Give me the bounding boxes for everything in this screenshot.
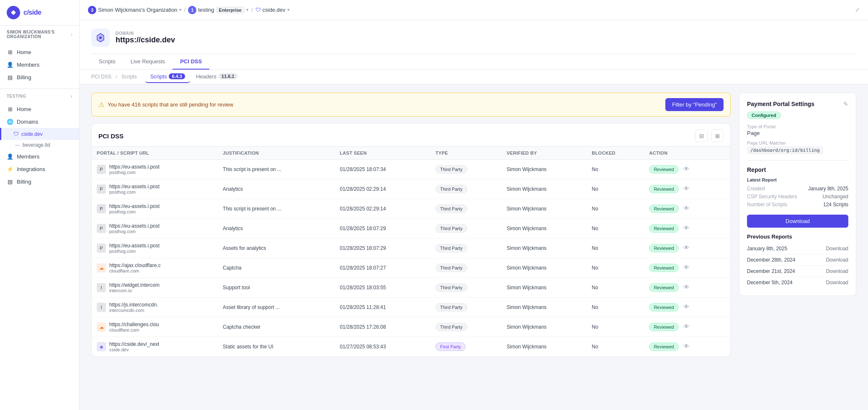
- filter-icon-button[interactable]: ⊟: [695, 130, 708, 142]
- domains-icon: 🌐: [7, 118, 13, 125]
- cell-action-9: Reviewed 👁: [644, 337, 730, 357]
- sidebar-item-members-top[interactable]: 👤 Members: [0, 58, 79, 71]
- sub-tab-headers[interactable]: Headers 11.6.1: [191, 71, 242, 83]
- payment-portal-card: Payment Portal Settings ✎ Configured Typ…: [739, 93, 856, 296]
- table-row: I https://widget.intercom intercom.io Su…: [92, 278, 730, 298]
- sidebar-item-home-testing[interactable]: ⊞ Home: [0, 103, 79, 115]
- cell-type-8: Third Party: [430, 317, 502, 337]
- view-button-0[interactable]: 👁: [683, 165, 690, 172]
- url-text-9: https://cside.dev/_next cside.dev: [109, 341, 159, 352]
- enterprise-badge: Enterprise: [216, 7, 245, 13]
- cell-seen-4: 01/28/2025 18:07:29: [335, 239, 430, 258]
- scripts-count-value: 124 Scripts: [823, 202, 848, 208]
- view-button-4[interactable]: 👁: [683, 244, 690, 251]
- cell-verified-2: Simon Wijckmans: [502, 199, 587, 219]
- filter-pending-button[interactable]: Filter by "Pending": [665, 98, 724, 111]
- warning-banner: ⚠ You have 416 scripts that are still pe…: [91, 93, 731, 117]
- sidebar-item-label: Home: [17, 49, 31, 55]
- cell-blocked-8: No: [587, 317, 644, 337]
- right-panel: Payment Portal Settings ✎ Configured Typ…: [739, 93, 856, 357]
- table-actions: ⊟ ⊞: [695, 130, 724, 142]
- sidebar-domain-beverage[interactable]: — beverage.ltd: [0, 140, 79, 150]
- cell-just-9: Static assets for the UI: [218, 337, 335, 357]
- org-header[interactable]: SIMON WIJCKMANS'S ORGANIZATION ›: [0, 26, 79, 43]
- cell-action-4: Reviewed 👁: [644, 239, 730, 258]
- favicon-8: ☁: [97, 322, 106, 332]
- prev-reports-title: Previous Reports: [747, 234, 848, 240]
- sub-breadcrumb: PCI DSS › Scripts: [91, 70, 137, 84]
- domain-chevron-icon: ▾: [287, 7, 290, 13]
- prev-download-button-1[interactable]: Download: [826, 257, 848, 263]
- sidebar-item-billing-top[interactable]: ▤ Billing: [0, 71, 79, 83]
- testing-nav-section: ⊞ Home 🌐 Domains 🛡 cside.dev — beverage.…: [0, 100, 79, 190]
- cell-blocked-2: No: [587, 199, 644, 219]
- url-sub-0: posthog.com: [109, 170, 160, 175]
- domain-header: DOMAIN https://cside.dev Scripts Live Re…: [80, 20, 868, 70]
- download-main-button[interactable]: Download: [747, 215, 848, 228]
- view-button-5[interactable]: 👁: [683, 264, 690, 271]
- prev-download-button-0[interactable]: Download: [826, 246, 848, 252]
- sub-tab-scripts[interactable]: Scripts 6.4.3: [145, 71, 190, 83]
- shield-domain-icon: 🛡: [255, 7, 261, 13]
- sidebar-item-members-bottom[interactable]: 👤 Members: [0, 150, 79, 163]
- cell-blocked-1: No: [587, 179, 644, 199]
- type-badge-7: Third Party: [435, 303, 467, 311]
- prev-report-row: December 21st, 2024 Download: [747, 266, 848, 277]
- view-button-3[interactable]: 👁: [683, 224, 690, 231]
- cell-just-4: Assets for analytics: [218, 239, 335, 258]
- url-main-3: https://eu-assets.i.post: [109, 223, 160, 229]
- sidebar-domain-cside[interactable]: 🛡 cside.dev: [0, 128, 79, 140]
- layout-icon-button[interactable]: ⊞: [711, 130, 724, 142]
- cell-url-1: P https://eu-assets.i.post posthog.com: [92, 179, 218, 199]
- breadcrumb-org[interactable]: 3 Simon Wijckmans's Organization ▾: [88, 6, 182, 14]
- cside-domain-label: cside.dev: [21, 131, 43, 137]
- breadcrumb-env[interactable]: 1 testing Enterprise ▾: [188, 6, 249, 14]
- cell-just-8: Captcha checker: [218, 317, 335, 337]
- url-text-1: https://eu-assets.i.post posthog.com: [109, 184, 160, 195]
- status-badge-7: Reviewed: [649, 303, 678, 311]
- sidebar-item-home-top[interactable]: ⊞ Home: [0, 46, 79, 58]
- view-button-8[interactable]: 👁: [683, 323, 690, 330]
- view-button-7[interactable]: 👁: [683, 303, 690, 310]
- view-button-6[interactable]: 👁: [683, 283, 690, 291]
- sidebar-item-integrations[interactable]: ⚡ Integrations: [0, 163, 79, 175]
- prev-download-button-3[interactable]: Download: [826, 280, 848, 285]
- sidebar-item-domains[interactable]: 🌐 Domains: [0, 115, 79, 128]
- dash-icon: —: [15, 142, 20, 148]
- url-sub-3: posthog.com: [109, 229, 160, 234]
- type-badge-6: Third Party: [435, 283, 467, 292]
- top-nav-section: ⊞ Home 👤 Members ▤ Billing: [0, 43, 79, 86]
- logo[interactable]: c/side: [0, 0, 79, 26]
- sidebar-item-billing-bottom[interactable]: ▤ Billing: [0, 175, 79, 188]
- view-button-9[interactable]: 👁: [683, 343, 690, 350]
- testing-chevron: ›: [71, 94, 72, 99]
- cell-just-6: Support tool: [218, 278, 335, 298]
- cell-seen-2: 01/28/2025 02:29:14: [335, 199, 430, 219]
- scripts-count-label: Number of Scripts: [747, 202, 787, 208]
- edit-portal-button[interactable]: ✎: [843, 101, 848, 107]
- prev-download-button-2[interactable]: Download: [826, 268, 848, 274]
- cell-just-5: Captcha: [218, 258, 335, 278]
- url-code-value: /dashboard/org:id/billing: [747, 146, 823, 154]
- sidebar-item-label: Billing: [17, 74, 31, 80]
- table-row: ☁ https://challenges.clou cloudflare.com…: [92, 317, 730, 337]
- breadcrumb-domain[interactable]: 🛡 cside.dev ▾: [255, 7, 290, 13]
- cell-type-0: Third Party: [430, 160, 502, 179]
- tab-pci-dss[interactable]: PCI DSS: [173, 54, 209, 70]
- cell-blocked-6: No: [587, 278, 644, 298]
- created-value: January 8th, 2025: [808, 186, 848, 192]
- domain-icon: [91, 29, 110, 47]
- view-button-1[interactable]: 👁: [683, 185, 690, 192]
- prev-report-date-1: December 28th, 2024: [747, 257, 795, 263]
- cell-type-4: Third Party: [430, 239, 502, 258]
- cell-just-0: This script is present on ...: [218, 160, 335, 179]
- sidebar: c/side SIMON WIJCKMANS'S ORGANIZATION › …: [0, 0, 80, 410]
- expand-button[interactable]: ⤢: [855, 7, 860, 13]
- view-button-2[interactable]: 👁: [683, 205, 690, 212]
- tab-live-requests[interactable]: Live Requests: [123, 54, 173, 70]
- status-badge-1: Reviewed: [649, 185, 678, 193]
- url-label: Page URL Matcher: [747, 140, 848, 145]
- cell-seen-1: 01/28/2025 02:29:14: [335, 179, 430, 199]
- cell-url-0: P https://eu-assets.i.post posthog.com: [92, 160, 218, 179]
- tab-scripts[interactable]: Scripts: [91, 54, 123, 70]
